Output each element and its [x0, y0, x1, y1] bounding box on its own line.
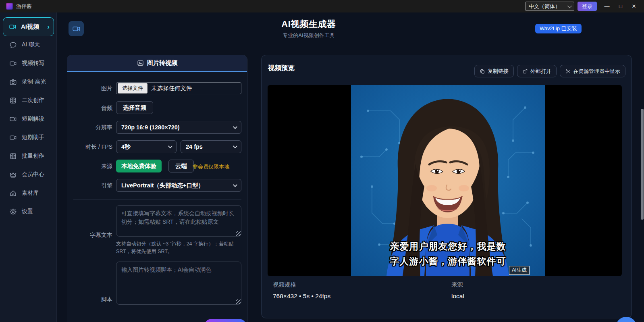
sidebar-item-drama-commentary[interactable]: 短剧解说: [0, 110, 57, 128]
copy-link-button[interactable]: 复制链接: [474, 65, 514, 77]
sidebar-item-ai-chat[interactable]: AI 聊天: [0, 35, 57, 54]
preview-toolbar: 复制链接 外部打开 在资源管理器中显示: [474, 65, 625, 77]
duration-fps-field-label: 时长 / FPS: [73, 143, 112, 151]
video-camera-icon: [9, 115, 17, 123]
source-local-button[interactable]: 本地免费体验: [116, 160, 162, 172]
subtitle-help-text: 支持自动切分（默认 ~3 字/秒，24 字换行）；若粘贴 SRT，将优先使用 S…: [116, 240, 243, 256]
sidebar-item-label: 设置: [22, 208, 33, 215]
digital-human-portrait: 亲爱用户朋友您好，我是数 字人游小酱，游伴酱软件可 AI生成: [351, 85, 545, 276]
sidebar-item-label: AI 聊天: [22, 41, 40, 48]
sidebar-item-asset-library[interactable]: 素材库: [0, 184, 57, 202]
page-title: AI视频生成器: [242, 18, 375, 30]
video-preview-panel: 视频预览 复制链接 外部打开 在资源管理器中显示: [261, 55, 632, 318]
source-value: local: [451, 293, 464, 300]
chevron-down-icon: [233, 125, 237, 129]
resolution-select[interactable]: 720p 16:9 (1280×720): [116, 121, 241, 134]
sidebar-item-ai-video[interactable]: AI视频 ›: [3, 17, 54, 36]
film-frame-icon: [9, 97, 17, 104]
sidebar-item-label: 视频转写: [22, 60, 44, 67]
chevron-down-icon: [567, 3, 572, 8]
image-to-video-panel: 图片转视频 图片 选择文件 未选择任何文件 音频 选择音频 分辨率 720p 1…: [67, 55, 247, 322]
copy-link-label: 复制链接: [488, 68, 509, 75]
sidebar-item-drama-assistant[interactable]: 短剧助手: [0, 128, 57, 147]
minimize-button[interactable]: —: [601, 0, 613, 12]
chevron-right-icon: ›: [47, 23, 50, 31]
sidebar-item-label: 二次创作: [22, 97, 44, 104]
sidebar-list: AI 聊天 视频转写 录制·高光 二次创作 短剧解说 短剧助手 批量创作 会员: [0, 35, 57, 221]
open-external-label: 外部打开: [530, 68, 551, 75]
video-player[interactable]: 亲爱用户朋友您好，我是数 字人游小酱，游伴酱软件可 AI生成: [268, 85, 622, 276]
sidebar-item-record-highlight[interactable]: 录制·高光: [0, 73, 57, 91]
page-subtitle: 专业的AI视频创作工具: [242, 32, 375, 39]
sidebar-item-label: AI视频: [21, 23, 39, 31]
page-header: AI视频生成器 专业的AI视频创作工具: [242, 18, 375, 39]
open-external-button[interactable]: 外部打开: [517, 65, 557, 77]
scrollbar-thumb[interactable]: [641, 109, 644, 220]
subtitle-field-label: 字幕文本: [73, 232, 112, 239]
sidebar-item-video-transcribe[interactable]: 视频转写: [0, 54, 57, 73]
close-button[interactable]: ✕: [628, 0, 640, 12]
source-cloud-button[interactable]: 云端: [168, 160, 194, 172]
source-note: 非会员仅限本地: [193, 163, 229, 170]
tab-title: 图片转视频: [147, 59, 177, 67]
sidebar-item-label: 批量创作: [22, 152, 44, 160]
video-spec-block: 视频规格 768×432 • 5s • 24fps: [273, 281, 330, 300]
chevron-down-icon: [233, 183, 237, 187]
sidebar-item-label: 会员中心: [22, 171, 44, 178]
image-field-label: 图片: [73, 85, 112, 92]
engine-select[interactable]: LivePortrait（头部动态+口型）: [116, 179, 241, 192]
engine-field-label: 引擎: [73, 182, 112, 189]
script-field-label: 脚本: [73, 296, 112, 303]
subtitle-textarea[interactable]: [116, 205, 241, 237]
home-icon: [9, 189, 17, 197]
external-link-icon: [522, 69, 528, 74]
video-camera-icon: [9, 60, 17, 67]
sidebar-item-batch-creation[interactable]: 批量创作: [0, 147, 57, 165]
sidebar-item-secondary-creation[interactable]: 二次创作: [0, 91, 57, 110]
show-in-explorer-button[interactable]: 在资源管理器中显示: [560, 65, 625, 77]
script-textarea[interactable]: [116, 262, 241, 305]
copy-icon: [480, 69, 485, 74]
sidebar-item-membership[interactable]: 会员中心: [0, 165, 57, 184]
spec-label: 视频规格: [273, 281, 330, 289]
crown-icon: [9, 171, 17, 179]
engine-select-value: LivePortrait（头部动态+口型）: [121, 182, 204, 189]
duration-select-value: 4秒: [121, 143, 131, 151]
maximize-button[interactable]: □: [615, 0, 627, 12]
wav2lip-status-badge: Wav2Lip 已安装: [535, 24, 582, 33]
generate-button[interactable]: [204, 319, 247, 322]
main-content: AI视频生成器 专业的AI视频创作工具 Wav2Lip 已安装 图片转视频 图片…: [57, 12, 644, 322]
scissors-icon: [565, 69, 571, 74]
choose-audio-button[interactable]: 选择音频: [116, 101, 153, 114]
audio-field-label: 音频: [73, 105, 112, 112]
language-select[interactable]: 中文（简体）: [525, 2, 574, 11]
image-icon: [137, 60, 144, 66]
image-file-input[interactable]: 选择文件 未选择任何文件: [116, 82, 241, 94]
preview-title: 视频预览: [268, 64, 295, 73]
source-field-label: 来源: [73, 163, 112, 170]
app-logo-icon: [6, 3, 13, 10]
login-button[interactable]: 登录: [578, 2, 597, 11]
video-source-block: 来源 local: [451, 281, 464, 300]
duration-select[interactable]: 4秒: [116, 140, 177, 153]
fps-select[interactable]: 24 fps: [181, 140, 241, 153]
app-title: 游伴酱: [16, 0, 32, 12]
source-label: 来源: [451, 281, 464, 289]
sidebar-item-settings[interactable]: 设置: [0, 202, 57, 221]
titlebar: 游伴酱 中文（简体） 登录 — □ ✕: [0, 0, 644, 12]
form-divider: [73, 199, 241, 200]
resize-grip-icon[interactable]: [236, 299, 241, 304]
sidebar-item-label: 短剧解说: [22, 115, 44, 123]
resolution-field-label: 分辨率: [73, 124, 112, 131]
resize-grip-icon[interactable]: [236, 231, 241, 236]
ai-generated-badge: AI生成: [509, 266, 530, 275]
video-camera-icon: [9, 23, 17, 31]
language-select-value: 中文（简体）: [529, 3, 560, 10]
sidebar-item-label: 短剧助手: [22, 134, 44, 141]
choose-file-button[interactable]: 选择文件: [118, 83, 147, 93]
tab-image-to-video[interactable]: 图片转视频: [67, 55, 247, 72]
video-camera-icon: [9, 134, 17, 141]
video-camera-icon: [72, 25, 81, 33]
header-camera-button[interactable]: [69, 21, 84, 36]
chevron-down-icon: [168, 144, 172, 148]
